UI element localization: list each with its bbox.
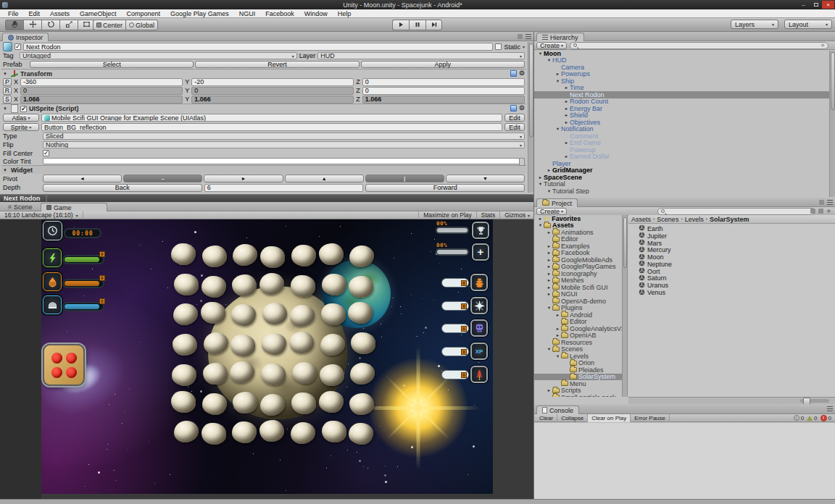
tab-game[interactable]: Game bbox=[41, 203, 107, 211]
pivot-right-button[interactable]: ► bbox=[204, 175, 283, 182]
skull-button[interactable] bbox=[470, 319, 488, 337]
hierarchy-item-rodon-count[interactable]: ►Rodon Count bbox=[534, 98, 835, 106]
console-collapse-button[interactable]: Collapse bbox=[557, 414, 588, 422]
foldout-closed-icon[interactable]: ► bbox=[554, 72, 561, 76]
atlas-edit-button[interactable]: Edit bbox=[504, 114, 525, 122]
foldout-closed-icon[interactable]: ► bbox=[546, 230, 552, 235]
scrollbar-thumb[interactable] bbox=[623, 217, 627, 268]
atlas-object-field[interactable]: Mobile Scifi GUI Orange for Example Scen… bbox=[41, 114, 502, 122]
prefab-revert-button[interactable]: Revert bbox=[195, 61, 359, 68]
menu-assets[interactable]: Assets bbox=[45, 10, 75, 17]
project-folder-solarsystem[interactable]: SolarSystem bbox=[534, 374, 622, 381]
menu-gameobject[interactable]: GameObject bbox=[75, 10, 122, 17]
uisprite-enabled-checkbox[interactable] bbox=[20, 106, 27, 112]
spark-button[interactable] bbox=[470, 297, 488, 314]
play-button[interactable] bbox=[392, 20, 409, 30]
project-folder-mobile-scifi-gui[interactable]: ►Mobile Scifi GUI bbox=[534, 284, 622, 291]
foldout-closed-icon[interactable]: ► bbox=[563, 85, 570, 90]
foldout-closed-icon[interactable]: ► bbox=[546, 251, 552, 255]
hierarchy-item-moon[interactable]: ▼Moon bbox=[534, 50, 835, 57]
foldout-open-icon[interactable]: ▼ bbox=[3, 106, 9, 111]
asset-moon[interactable]: Moon bbox=[628, 253, 835, 261]
foldout-open-icon[interactable]: ▼ bbox=[537, 182, 544, 186]
menu-edit[interactable]: Edit bbox=[24, 10, 46, 17]
rocket-button[interactable] bbox=[470, 366, 488, 383]
help-book-icon[interactable] bbox=[510, 105, 517, 112]
project-search-input[interactable] bbox=[657, 208, 815, 215]
foldout-closed-icon[interactable]: ► bbox=[563, 120, 570, 125]
menu-component[interactable]: Component bbox=[122, 10, 166, 17]
lock-icon[interactable] bbox=[819, 200, 824, 205]
atlas-button[interactable]: Atlas▾ bbox=[3, 114, 39, 122]
foldout-closed-icon[interactable]: ► bbox=[546, 264, 552, 269]
project-folder-pleiades[interactable]: Pleiades bbox=[534, 366, 622, 374]
scale-tool-button[interactable] bbox=[59, 20, 78, 30]
sprite-field[interactable]: Button_BG_reflection bbox=[41, 123, 502, 131]
pause-button[interactable] bbox=[409, 20, 425, 30]
pivot-left-button[interactable]: ◄ bbox=[43, 175, 122, 182]
stats-button[interactable]: Stats bbox=[476, 211, 499, 219]
transform-s-z-field[interactable]: 1.066 bbox=[362, 96, 525, 104]
project-folder-assets[interactable]: ▼Assets bbox=[534, 222, 622, 230]
hierarchy-item-comment[interactable]: Comment bbox=[534, 133, 835, 140]
gizmos-dropdown[interactable]: Gizmos▾ bbox=[499, 211, 534, 219]
static-checkbox[interactable] bbox=[495, 43, 502, 50]
gear-icon[interactable]: ⚙ bbox=[519, 105, 525, 112]
foldout-open-icon[interactable]: ▼ bbox=[546, 347, 552, 351]
console-clear-button[interactable]: Clear bbox=[536, 414, 557, 422]
tab-project[interactable]: Project bbox=[536, 198, 578, 207]
transform-p-y-field[interactable]: -20 bbox=[191, 78, 354, 86]
foldout-closed-icon[interactable]: ► bbox=[563, 140, 570, 145]
console-error-pause-button[interactable]: Error Pause bbox=[631, 414, 670, 422]
project-folder-ngui[interactable]: ►NGUI bbox=[534, 291, 622, 298]
color-tint-field[interactable] bbox=[43, 158, 525, 164]
tab-hierarchy[interactable]: Hierarchy bbox=[536, 33, 584, 41]
project-folder-small-particle-pack[interactable]: ►Small particle pack bbox=[534, 394, 622, 397]
foldout-closed-icon[interactable]: ► bbox=[546, 388, 552, 392]
uisprite-header[interactable]: ▼ UISprite (Script) ⚙ bbox=[1, 104, 526, 113]
gear-icon[interactable]: ⚙ bbox=[519, 70, 525, 77]
transform-p-x-field[interactable]: -360 bbox=[20, 78, 183, 86]
foldout-closed-icon[interactable]: ► bbox=[546, 292, 552, 296]
hierarchy-item-powerups[interactable]: ►Powerups bbox=[534, 71, 835, 78]
pivot-center-horizontal-button[interactable]: – bbox=[123, 175, 202, 182]
project-folder-levels[interactable]: ▼Levels bbox=[534, 353, 622, 360]
menu-window[interactable]: Window bbox=[299, 10, 333, 17]
foldout-closed-icon[interactable]: ► bbox=[546, 168, 552, 172]
inspector-scrollbar[interactable] bbox=[528, 42, 533, 193]
favorites-filter-icon[interactable]: ★ bbox=[826, 209, 831, 214]
project-folder-editor[interactable]: Editor bbox=[534, 236, 622, 243]
project-folder-resources[interactable]: Resources bbox=[534, 339, 622, 346]
menu-help[interactable]: Help bbox=[333, 10, 357, 17]
warning-count[interactable]: 0 bbox=[807, 415, 817, 421]
hierarchy-item-time[interactable]: ►Time bbox=[534, 85, 835, 92]
project-folder-editor[interactable]: Editor bbox=[534, 319, 622, 326]
transform-r-button[interactable]: R bbox=[3, 87, 12, 95]
type-dropdown[interactable]: Sliced▾ bbox=[43, 133, 525, 140]
rotate-tool-button[interactable] bbox=[41, 20, 59, 30]
asset-uranus[interactable]: Uranus bbox=[628, 282, 835, 289]
project-folder-openiab[interactable]: ►OpenIAB bbox=[534, 332, 622, 340]
foldout-open-icon[interactable]: ▼ bbox=[3, 72, 9, 76]
foldout-open-icon[interactable]: ▼ bbox=[546, 58, 552, 62]
prefab-select-button[interactable]: Select bbox=[30, 61, 194, 68]
foldout-open-icon[interactable]: ▼ bbox=[546, 189, 552, 193]
hive-button[interactable] bbox=[470, 274, 488, 291]
foldout-closed-icon[interactable]: ► bbox=[554, 327, 561, 331]
hierarchy-item-tutorial-step[interactable]: ▼Tutorial Step bbox=[534, 188, 835, 194]
foldout-open-icon[interactable]: ▼ bbox=[537, 51, 544, 56]
tab-console[interactable]: Console bbox=[536, 406, 579, 414]
tab-inspector[interactable]: Inspector bbox=[2, 33, 49, 41]
project-folder-menu[interactable]: Menu bbox=[534, 380, 622, 387]
hierarchy-item-objectives[interactable]: ►Objectives bbox=[534, 119, 835, 126]
plus-button[interactable]: + bbox=[472, 243, 489, 261]
close-button[interactable]: × bbox=[822, 1, 834, 9]
foldout-closed-icon[interactable]: ► bbox=[554, 333, 561, 337]
transform-p-z-field[interactable]: 0 bbox=[362, 78, 525, 86]
search-by-label-icon[interactable] bbox=[818, 209, 823, 214]
help-book-icon[interactable] bbox=[510, 70, 517, 77]
console-clear-on-play-button[interactable]: Clear on Play bbox=[588, 414, 631, 422]
asset-mercury[interactable]: Mercury bbox=[628, 246, 835, 253]
transform-r-z-field[interactable]: 0 bbox=[362, 87, 525, 95]
hierarchy-item-player[interactable]: Player bbox=[534, 160, 835, 167]
